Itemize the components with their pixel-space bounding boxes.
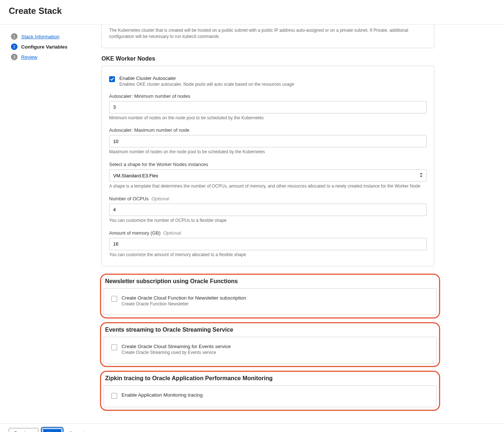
memory-label-text: Amount of memory (GB) — [109, 230, 161, 236]
main-content: The Kubernetes cluster that is created w… — [101, 24, 442, 423]
step-stack-information[interactable]: 1 Stack Information — [11, 33, 95, 40]
max-nodes-help: Maximum number of nodes on the node pool… — [109, 149, 427, 155]
page-title: Create Stack — [9, 6, 495, 16]
min-nodes-field: Autoscaler: Minimum number of nodes Mini… — [109, 93, 427, 121]
max-nodes-label: Autoscaler: Maximum number of node — [109, 127, 427, 133]
step-link-stack-information[interactable]: Stack Information — [21, 34, 59, 39]
ocpus-help: You can customize the number of OCPUs to… — [109, 217, 427, 224]
newsletter-title: Newsletter subscription using Oracle Fun… — [105, 278, 436, 285]
zipkin-checkbox[interactable] — [111, 393, 117, 399]
step-number-2: 2 — [11, 43, 18, 50]
zipkin-checkbox-row: Enable Application Monitoring tracing — [111, 392, 429, 399]
enable-autoscaler-label: Enable Cluster Autoscaler — [119, 76, 294, 81]
step-review[interactable]: 3 Review — [11, 54, 95, 60]
step-configure-variables: 2 Configure Variables — [11, 43, 95, 50]
shape-select[interactable] — [109, 169, 427, 182]
oke-worker-nodes-section: OKE Worker Nodes Enable Cluster Autoscal… — [101, 55, 434, 266]
enable-autoscaler-help: Enables OKE cluster autoscaler. Node poo… — [119, 82, 294, 87]
zipkin-checkbox-label: Enable Application Monitoring tracing — [122, 392, 203, 398]
newsletter-checkbox-row: Create Oracle Cloud Function for Newslet… — [111, 295, 429, 306]
next-button[interactable]: Next — [42, 428, 63, 432]
shape-field: Select a shape for the Worker Nodes inst… — [109, 162, 427, 189]
memory-help: You can customize the amount of memory a… — [109, 252, 427, 258]
zipkin-highlight: Zipkin tracing to Oracle Application Per… — [100, 371, 440, 411]
step-link-review[interactable]: Review — [21, 54, 37, 60]
streaming-checkbox-row: Create Oracle Cloud Streaming for Events… — [111, 344, 429, 355]
step-number-1: 1 — [11, 33, 18, 40]
zipkin-title: Zipkin tracing to Oracle Application Per… — [105, 375, 436, 382]
shape-label: Select a shape for the Worker Nodes inst… — [109, 162, 427, 167]
memory-optional-tag: Optional — [163, 230, 181, 236]
streaming-title: Events streaming to Oracle Streaming Ser… — [105, 327, 436, 333]
ocpus-field: Number of OCPUs Optional You can customi… — [109, 196, 427, 224]
min-nodes-label: Autoscaler: Minimum number of nodes — [109, 93, 427, 99]
streaming-card: Create Oracle Cloud Streaming for Events… — [104, 337, 436, 363]
shape-help: A shape is a template that determines th… — [109, 183, 427, 189]
memory-field: Amount of memory (GB) Optional You can c… — [109, 230, 427, 258]
cancel-link[interactable]: Cancel — [69, 431, 84, 432]
oke-worker-nodes-title: OKE Worker Nodes — [101, 55, 434, 62]
ocpus-label: Number of OCPUs Optional — [109, 196, 427, 201]
top-helper-text: The Kubernetes cluster that is created w… — [109, 27, 427, 40]
min-nodes-input[interactable] — [109, 101, 427, 113]
max-nodes-input[interactable] — [109, 135, 427, 147]
step-label-configure-variables: Configure Variables — [21, 44, 68, 50]
streaming-checkbox-label: Create Oracle Cloud Streaming for Events… — [122, 344, 231, 349]
wizard-steps-sidebar: 1 Stack Information 2 Configure Variable… — [0, 24, 101, 423]
wizard-footer: Previous Next Cancel — [0, 423, 504, 432]
enable-autoscaler-checkbox[interactable] — [109, 76, 115, 82]
ocpus-optional-tag: Optional — [151, 196, 169, 201]
top-helper-card: The Kubernetes cluster that is created w… — [101, 24, 434, 48]
streaming-checkbox[interactable] — [111, 344, 117, 350]
memory-label: Amount of memory (GB) Optional — [109, 230, 427, 236]
newsletter-checkbox-help: Create Oracle Function Newsletter — [122, 301, 246, 306]
zipkin-card: Enable Application Monitoring tracing — [104, 385, 436, 407]
oke-worker-nodes-card: Enable Cluster Autoscaler Enables OKE cl… — [101, 66, 434, 266]
ocpus-input[interactable] — [109, 204, 427, 216]
min-nodes-help: Minimum number of nodes on the node pool… — [109, 115, 427, 121]
check-icon — [110, 77, 114, 81]
enable-autoscaler-row: Enable Cluster Autoscaler Enables OKE cl… — [109, 76, 427, 87]
page-header: Create Stack — [0, 0, 504, 24]
memory-input[interactable] — [109, 238, 427, 250]
newsletter-highlight: Newsletter subscription using Oracle Fun… — [100, 274, 440, 319]
ocpus-label-text: Number of OCPUs — [109, 196, 149, 201]
step-number-3: 3 — [11, 54, 18, 60]
newsletter-checkbox-label: Create Oracle Cloud Function for Newslet… — [122, 295, 246, 301]
max-nodes-field: Autoscaler: Maximum number of node Maxim… — [109, 127, 427, 155]
newsletter-card: Create Oracle Cloud Function for Newslet… — [104, 288, 436, 315]
streaming-checkbox-help: Create Oracle Streaming used by Events s… — [122, 350, 231, 355]
newsletter-checkbox[interactable] — [111, 296, 117, 302]
streaming-highlight: Events streaming to Oracle Streaming Ser… — [100, 322, 440, 367]
previous-button[interactable]: Previous — [9, 428, 38, 432]
